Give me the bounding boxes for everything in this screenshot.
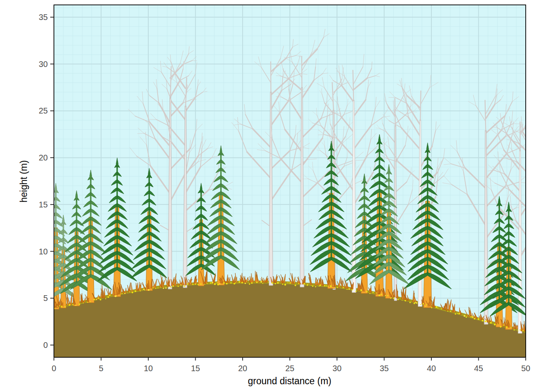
y-tick-label: 30 [39, 60, 48, 69]
x-tick-label: 20 [238, 364, 247, 373]
plot-canvas: 0510152025303540455005101520253035 groun… [0, 0, 549, 392]
x-tick-label: 30 [333, 364, 341, 373]
y-tick-label: 15 [39, 200, 48, 209]
x-tick-label: 0 [51, 364, 56, 373]
x-tick-label: 40 [427, 364, 436, 373]
y-axis-title: height (m) [18, 160, 29, 203]
y-tick-label: 5 [43, 294, 48, 303]
x-tick-label: 50 [521, 364, 530, 373]
x-tick-label: 35 [379, 364, 388, 373]
y-tick-label: 10 [39, 247, 48, 256]
y-tick-label: 0 [43, 341, 48, 350]
y-tick-label: 35 [39, 13, 48, 22]
x-tick-label: 10 [144, 364, 153, 373]
y-tick-label: 20 [39, 153, 48, 162]
y-tick-label: 25 [39, 106, 48, 115]
x-axis-title: ground distance (m) [248, 376, 332, 386]
forest-transect-chart: 0510152025303540455005101520253035 groun… [0, 0, 549, 392]
x-tick-label: 5 [99, 364, 103, 373]
x-tick-label: 15 [191, 364, 200, 373]
x-tick-label: 45 [474, 364, 483, 373]
x-tick-label: 25 [285, 364, 294, 373]
